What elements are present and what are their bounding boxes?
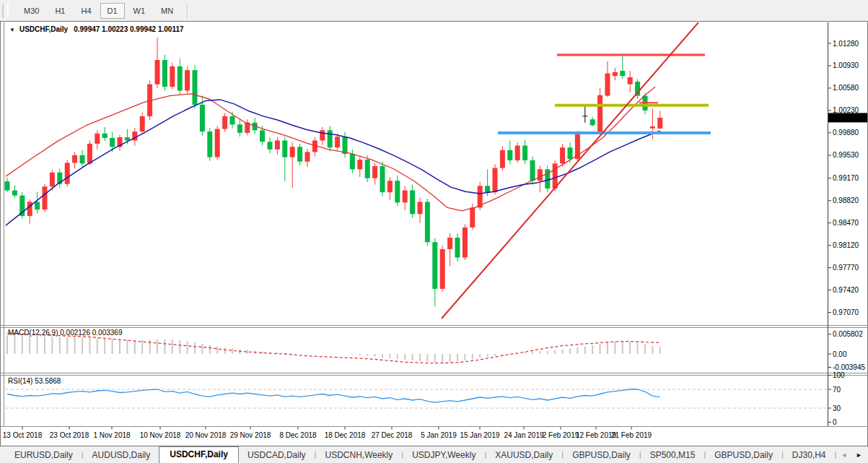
rsi-axis-tick: 70 [833,386,841,394]
candle-up [50,173,55,186]
rsi-axis-tick: 30 [833,404,841,412]
candle-down [260,130,265,142]
tab-usdjpy-weekly[interactable]: USDJPY,Weekly [403,448,484,463]
candle-down [200,105,205,131]
candle-down [343,137,348,154]
tab-xauusd-daily[interactable]: XAUUSD,Daily [486,448,561,463]
tab-scroll-left-icon[interactable]: ◄ [841,451,847,459]
rsi-name: RSI(14) [8,377,32,385]
tab-dj30-h4[interactable]: DJ30,H4 [784,448,835,463]
price-axis-tick: 0.99880 [833,129,859,137]
candle-down [162,60,167,87]
price-axis-tick: 0.98120 [833,241,859,249]
candle-down [455,238,460,257]
chart-title: ▼USDCHF,Daily0.99947 1.00223 0.99942 1.0… [9,25,184,33]
rsi-axis-tick: 0 [833,418,837,426]
candle-up [387,181,393,192]
price-axis-tick: 0.97770 [833,264,859,272]
timeframe-button-h1[interactable]: H1 [48,3,72,19]
rsi-indicator-label: RSI(14) 53.5868 [8,377,61,385]
candle-down [530,160,535,181]
candle-down [522,146,527,160]
candle-down [5,181,10,190]
candle-up [72,155,77,163]
macd-axis-tick: 0.00 [833,350,847,358]
date-axis-label: 1 Nov 2018 [93,431,131,439]
candle-up [538,169,543,181]
candle-down [380,166,385,192]
candle-up [500,150,505,168]
macd-axis-tick: 0.005802 [833,330,863,338]
candle-down [12,191,17,196]
candle-up [605,74,610,96]
date-axis-label: 21 Feb 2019 [611,431,652,439]
candle-up [335,137,340,147]
candle-down [297,147,302,161]
timeframe-button-mn[interactable]: MN [154,3,180,19]
candle-down [207,131,212,157]
date-axis-label: 20 Nov 2018 [185,431,227,439]
tab-gbpusd-daily[interactable]: GBPUSD,Daily [564,448,639,463]
candle-up [463,228,468,258]
candle-down [425,202,430,242]
candle-up [597,95,602,132]
tab-eurusd-daily[interactable]: EURUSD,Daily [6,448,82,463]
symbol-dropdown-icon[interactable]: ▼ [9,27,15,33]
timeframe-button-w1[interactable]: W1 [126,3,153,19]
chart-canvas[interactable]: 1.012801.009301.005801.002300.998800.995… [0,21,868,446]
candle-down [432,242,437,289]
timeframe-button-d1[interactable]: D1 [100,3,125,19]
chart-symbol-label: USDCHF,Daily [19,25,68,33]
tab-sp500-m15[interactable]: SP500,M15 [641,448,704,463]
timeframe-button-m30[interactable]: M30 [17,3,46,19]
candle-up [215,129,220,157]
candle-up [515,146,520,160]
candle-up [628,77,633,85]
date-axis-label: 18 Dec 2018 [325,431,366,439]
candle-down [365,160,370,178]
tab-usdcad-daily[interactable]: USDCAD,Daily [239,448,315,463]
date-axis-label: 2 Feb 2019 [543,431,579,439]
chart-tabs: EURUSD,Daily|AUDUSD,DailyUSDCHF,DailyUSD… [6,446,841,463]
candle-up [222,116,227,129]
chart-window: 1.012801.009301.005801.002300.998800.995… [0,21,868,446]
tab-usdcnh-weekly[interactable]: USDCNH,Weekly [316,448,401,463]
date-axis-label: 8 Dec 2018 [279,431,317,439]
candle-down [237,124,242,133]
candle-up [170,66,175,87]
macd-name: MACD(12,26,9) [8,329,58,337]
candle-up [470,207,475,227]
macd-axis-tick: -0.003945 [833,363,865,371]
candle-up [140,116,145,131]
price-axis-tick: 1.00930 [833,61,859,69]
timeframe-toolbar: M30H1H4D1W1MN [0,0,868,22]
candle-down [35,202,40,209]
candle-up [27,202,32,215]
macd-indicator-label: MACD(12,26,9) 0.002126 0.003369 [8,329,122,337]
candle-down [568,147,573,159]
date-axis-label: 10 Nov 2018 [140,431,181,439]
candle-down [110,138,115,147]
timeframe-button-h4[interactable]: H4 [74,3,98,19]
candle-up [440,249,445,289]
ascending-trendline [442,22,698,319]
toolbar-grip[interactable] [2,4,9,18]
macd-values: 0.002126 0.003369 [60,329,122,337]
candle-up [290,147,295,157]
price-axis-tick: 0.98470 [833,219,859,227]
tab-scroll-right-icon[interactable]: ► [856,451,862,459]
tab-audusd-daily[interactable]: AUDUSD,Daily [84,448,159,463]
price-axis-tick: 1.00580 [833,84,859,92]
price-axis-tick: 0.98820 [833,196,859,204]
rsi-value: 53.5868 [35,377,61,385]
trading-terminal: { "toolbar": { "timeframes": [ {"label":… [0,0,868,463]
price-axis-tick: 0.97070 [833,308,859,316]
candle-up [418,202,423,214]
candle-up [357,160,362,169]
candle-up [43,186,48,209]
date-axis-label: 23 Oct 2018 [50,431,89,439]
candle-up [650,126,655,129]
tab-gbpusd-daily[interactable]: GBPUSD,Daily [706,448,781,463]
candle-down [193,70,198,105]
tab-usdchf-daily[interactable]: USDCHF,Daily [159,446,239,463]
